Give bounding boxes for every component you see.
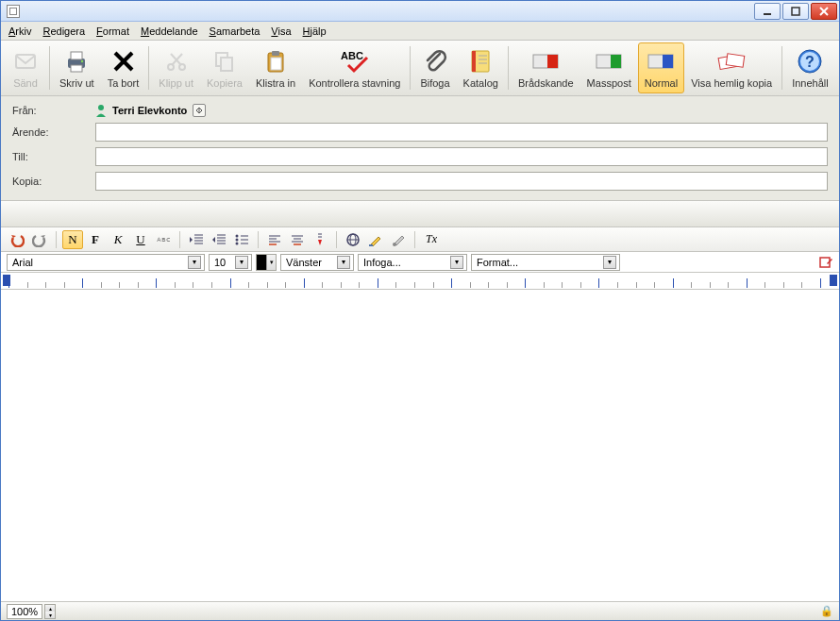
svg-rect-29 <box>611 55 621 68</box>
format-toolbar: N F K U ᴀʙᴄ Tx <box>1 227 839 252</box>
ruler-right-marker-icon[interactable] <box>830 275 837 286</box>
svg-point-37 <box>98 105 104 110</box>
insert-combo[interactable]: Infoga... ▾ <box>358 254 467 271</box>
urgent-flag-icon <box>531 47 560 76</box>
svg-rect-27 <box>547 55 558 68</box>
delete-icon <box>109 47 138 76</box>
align-center-button[interactable] <box>287 230 308 249</box>
svg-rect-22 <box>472 51 476 72</box>
normal-button[interactable]: Normal <box>638 42 684 93</box>
svg-rect-1 <box>792 8 799 15</box>
subject-input[interactable] <box>95 123 828 142</box>
main-toolbar: Sänd Skriv ut Ta bort Klipp ut Kop <box>1 41 839 96</box>
edit-pencil-icon[interactable] <box>818 255 833 270</box>
menu-redigera[interactable]: Redigera <box>42 25 85 37</box>
minimize-button[interactable] <box>754 3 781 20</box>
svg-rect-19 <box>271 58 281 70</box>
attach-button[interactable]: Bifoga <box>413 42 456 93</box>
print-label: Skriv ut <box>59 77 94 89</box>
bold-button[interactable]: F <box>85 230 106 249</box>
cc-label: Kopia: <box>12 176 95 187</box>
message-body-editor[interactable] <box>1 290 839 601</box>
link-button[interactable] <box>343 230 363 249</box>
dropdown-arrow-icon: ▾ <box>337 256 350 269</box>
book-icon <box>466 47 495 76</box>
align-left-button[interactable] <box>264 230 285 249</box>
format-combo[interactable]: Format... ▾ <box>471 254 620 271</box>
paste-button[interactable]: Klistra in <box>249 42 302 93</box>
highlight-button[interactable] <box>365 230 386 249</box>
urgent-button[interactable]: Brådskande <box>512 42 580 93</box>
normal-style-button[interactable]: N <box>62 230 83 249</box>
ruler[interactable] <box>1 273 839 290</box>
dropdown-arrow-icon: ▾ <box>603 256 616 269</box>
maximize-button[interactable] <box>782 3 809 20</box>
bullets-button[interactable] <box>231 230 252 249</box>
zoom-value[interactable]: 100% <box>7 604 42 619</box>
massmail-button[interactable]: Masspost <box>580 42 638 93</box>
cut-label: Klipp ut <box>159 77 193 89</box>
zoom-up-icon[interactable]: ▴ <box>45 605 55 612</box>
delete-button[interactable]: Ta bort <box>101 42 146 93</box>
bcc-label: Visa hemlig kopia <box>691 77 772 89</box>
scissors-icon <box>162 47 191 76</box>
close-button[interactable] <box>811 3 837 20</box>
brush-button[interactable] <box>388 230 409 249</box>
send-icon <box>11 47 40 76</box>
menu-format[interactable]: Format <box>96 25 129 37</box>
bcc-button[interactable]: Visa hemlig kopia <box>684 42 779 93</box>
align-combo[interactable]: Vänster ▾ <box>280 254 354 271</box>
spellcheck-icon: ABC <box>341 47 369 76</box>
smallcaps-button[interactable]: ᴀʙᴄ <box>153 230 174 249</box>
catalog-button[interactable]: Katalog <box>457 42 505 93</box>
redo-button[interactable] <box>29 230 50 249</box>
spellcheck-label: Kontrollera stavning <box>309 77 400 89</box>
envelopes-icon <box>717 47 746 76</box>
italic-button[interactable]: K <box>108 230 128 249</box>
svg-point-8 <box>81 60 83 62</box>
svg-rect-65 <box>369 244 373 246</box>
header-fields: Från: Terri Elevkonto Ärende: Till: Kopi… <box>1 96 839 201</box>
font-size-combo[interactable]: 10 ▾ <box>209 254 252 271</box>
menu-arkiv[interactable]: AArkivrkiv <box>8 25 31 37</box>
catalog-label: Katalog <box>463 77 498 89</box>
print-button[interactable]: Skriv ut <box>53 42 101 93</box>
menu-meddelande[interactable]: Meddelande <box>141 25 198 37</box>
menu-hjalp[interactable]: Hjälp <box>303 25 327 37</box>
signature-button[interactable]: Tx <box>421 230 442 249</box>
indent-button[interactable] <box>186 230 207 249</box>
outdent-button[interactable] <box>209 230 229 249</box>
compose-window: AArkivrkiv Redigera Format Meddelande Sa… <box>0 0 840 621</box>
normal-flag-icon <box>647 47 675 76</box>
normal-label: Normal <box>645 77 678 89</box>
expand-from-icon[interactable] <box>193 104 206 117</box>
copy-label: Kopiera <box>207 77 243 89</box>
font-family-combo[interactable]: Arial ▾ <box>7 254 205 271</box>
zoom-down-icon[interactable]: ▾ <box>45 612 55 618</box>
svg-text:ABC: ABC <box>341 50 363 61</box>
font-color-picker[interactable]: ▾ <box>256 254 277 271</box>
svg-point-47 <box>236 238 239 241</box>
from-name: Terri Elevkonto <box>112 105 187 116</box>
person-icon <box>95 104 107 117</box>
zoom-spinner[interactable]: ▴ ▾ <box>44 604 56 619</box>
undo-button[interactable] <box>7 230 27 249</box>
help-button[interactable]: ? Innehåll <box>785 42 835 93</box>
cc-input[interactable] <box>95 172 828 191</box>
copy-icon <box>210 47 239 76</box>
text-color-button[interactable] <box>310 230 330 249</box>
svg-rect-33 <box>726 54 744 67</box>
spellcheck-button[interactable]: ABC Kontrollera stavning <box>302 42 407 93</box>
spacer-bar <box>1 201 839 227</box>
to-label: Till: <box>12 151 95 162</box>
menu-visa[interactable]: Visa <box>271 25 291 37</box>
copy-button: Kopiera <box>200 42 249 93</box>
paste-label: Klistra in <box>256 77 295 89</box>
underline-button[interactable]: U <box>130 230 151 249</box>
to-input[interactable] <box>95 147 828 166</box>
dropdown-arrow-icon: ▾ <box>188 256 201 269</box>
delete-label: Ta bort <box>108 77 140 89</box>
paperclip-icon <box>421 47 449 76</box>
menu-samarbeta[interactable]: Samarbeta <box>210 25 260 37</box>
statusbar: 100% ▴ ▾ 🔒 <box>1 601 839 620</box>
